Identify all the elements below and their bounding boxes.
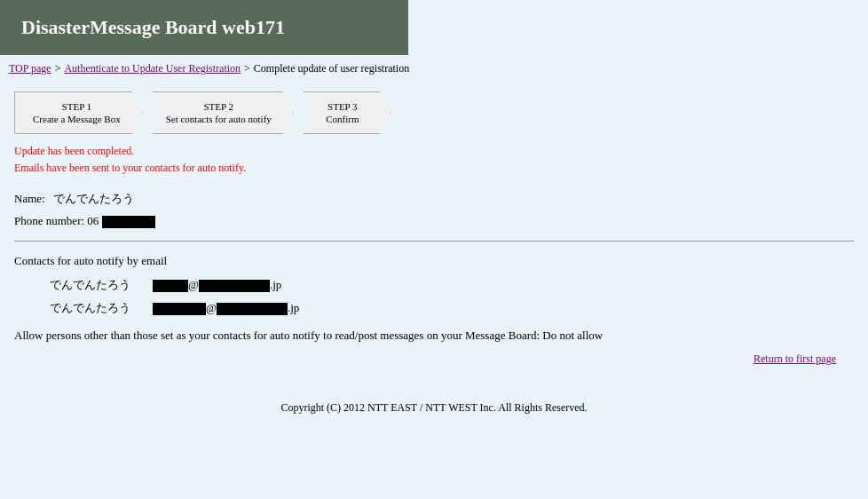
contact-2-name: でんでんたろう bbox=[50, 300, 138, 316]
contacts-section: Contacts for auto notify by email でんでんたろ… bbox=[14, 254, 854, 316]
breadcrumb: TOP page > Authenticate to Update User R… bbox=[0, 55, 868, 83]
footer: Copyright (C) 2012 NTT EAST / NTT WEST I… bbox=[0, 384, 868, 424]
status-line2: Emails have been sent to your contacts f… bbox=[14, 160, 854, 177]
contacts-title: Contacts for auto notify by email bbox=[14, 254, 854, 268]
step-3-label: Confirm bbox=[326, 113, 359, 125]
return-link-row: Return to first page bbox=[14, 352, 854, 366]
breadcrumb-current: Complete update of user registration bbox=[254, 62, 409, 75]
contact-2-email: @.jp bbox=[153, 301, 299, 315]
status-line1: Update has been completed. bbox=[14, 143, 854, 160]
step-3: STEP 3 Confirm bbox=[293, 91, 391, 134]
name-row: Name: でんでんたろう bbox=[14, 191, 854, 207]
main-content: STEP 1 Create a Message Box STEP 2 Set c… bbox=[0, 83, 868, 384]
status-messages: Update has been completed. Emails have b… bbox=[14, 143, 854, 177]
at-1: @ bbox=[188, 278, 199, 291]
breadcrumb-sep1: > bbox=[55, 62, 61, 75]
phone-prefix: 06 bbox=[87, 214, 99, 227]
phone-redacted bbox=[102, 216, 155, 228]
app-title: DisasterMessage Board web171 bbox=[21, 16, 387, 39]
step-3-number: STEP 3 bbox=[326, 100, 359, 113]
name-label: Name: bbox=[14, 192, 45, 205]
step-2-number: STEP 2 bbox=[166, 100, 272, 113]
email-2-user-redacted bbox=[153, 303, 206, 315]
steps-indicator: STEP 1 Create a Message Box STEP 2 Set c… bbox=[14, 91, 854, 134]
email-1-user-redacted bbox=[153, 280, 188, 292]
phone-label: Phone number: bbox=[14, 214, 84, 227]
email-1-domain-redacted bbox=[199, 280, 270, 292]
step-1-label: Create a Message Box bbox=[33, 113, 121, 125]
domain-2-suffix: .jp bbox=[288, 301, 299, 314]
name-value: でんでんたろう bbox=[53, 192, 134, 205]
step-2: STEP 2 Set contacts for auto notify bbox=[142, 91, 294, 134]
breadcrumb-sep2: > bbox=[244, 62, 250, 75]
contact-1-email: @.jp bbox=[153, 278, 281, 292]
email-2-domain-redacted bbox=[217, 303, 288, 315]
return-link[interactable]: Return to first page bbox=[754, 352, 836, 365]
allow-text: Allow persons other than those set as yo… bbox=[14, 329, 854, 343]
app-header: DisasterMessage Board web171 bbox=[0, 0, 408, 55]
section-divider bbox=[14, 241, 854, 242]
at-2: @ bbox=[206, 301, 217, 314]
footer-text: Copyright (C) 2012 NTT EAST / NTT WEST I… bbox=[280, 401, 587, 414]
domain-1-suffix: .jp bbox=[270, 278, 281, 291]
step-2-label: Set contacts for auto notify bbox=[166, 113, 272, 125]
phone-row: Phone number: 06 bbox=[14, 214, 854, 228]
contact-1-name: でんでんたろう bbox=[50, 277, 138, 293]
step-1: STEP 1 Create a Message Box bbox=[14, 91, 143, 134]
contact-row-2: でんでんたろう @.jp bbox=[50, 300, 854, 316]
step-1-number: STEP 1 bbox=[33, 100, 121, 113]
user-info: Name: でんでんたろう Phone number: 06 bbox=[14, 191, 854, 228]
breadcrumb-auth[interactable]: Authenticate to Update User Registration bbox=[64, 62, 241, 75]
breadcrumb-top[interactable]: TOP page bbox=[9, 62, 51, 75]
contact-row-1: でんでんたろう @.jp bbox=[50, 277, 854, 293]
